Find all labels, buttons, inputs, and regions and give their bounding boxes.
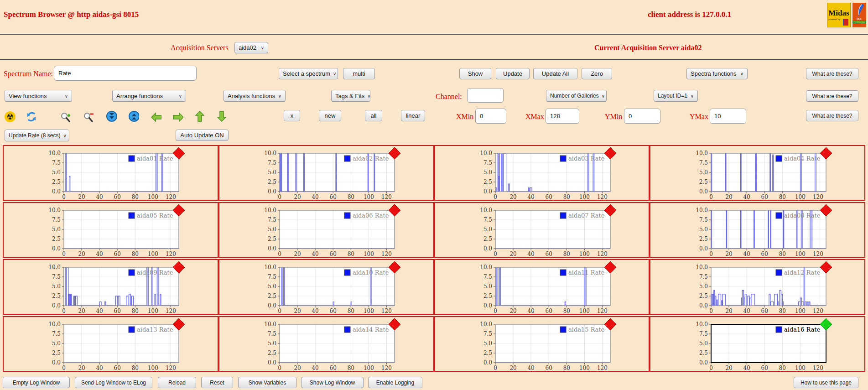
update-all-button[interactable]: Update All bbox=[533, 68, 577, 79]
spectrum-name-label: Spectrum Name: bbox=[4, 70, 53, 78]
svg-text:7.5: 7.5 bbox=[483, 217, 492, 223]
zero-button[interactable]: Zero bbox=[582, 68, 612, 79]
spectrum-chart-aida03[interactable]: 0204060801001200.02.55.07.510.0aida03 Ra… bbox=[434, 145, 650, 201]
scroll-up-icon[interactable] bbox=[128, 111, 139, 122]
ymin-input[interactable] bbox=[624, 109, 660, 124]
refresh-icon[interactable] bbox=[26, 111, 37, 122]
enable-logging-button[interactable]: Enable Logging bbox=[368, 377, 422, 388]
svg-text:10.0: 10.0 bbox=[49, 264, 61, 270]
empty-log-window-button[interactable]: Empty Log Window bbox=[3, 377, 70, 388]
chart-svg-aida04: 0204060801001200.02.55.07.510.0aida04 Ra… bbox=[679, 146, 836, 201]
arrow-left-icon[interactable] bbox=[151, 112, 161, 123]
zoom-out-icon[interactable] bbox=[83, 111, 94, 122]
svg-text:40: 40 bbox=[527, 365, 534, 371]
spectrum-chart-aida09[interactable]: 0204060801001200.02.55.07.510.0aida09 Ra… bbox=[3, 259, 218, 315]
spectrum-chart-aida08[interactable]: 0204060801001200.02.55.07.510.0aida08 Ra… bbox=[650, 202, 865, 258]
spectrum-chart-aida01[interactable]: 0204060801001200.02.55.07.510.0aida01 Ra… bbox=[3, 145, 218, 201]
tcl-powered-logo[interactable]: TCL POWERED bbox=[852, 3, 866, 27]
svg-text:0: 0 bbox=[494, 194, 497, 200]
svg-text:0.0: 0.0 bbox=[699, 302, 708, 309]
svg-text:80: 80 bbox=[563, 194, 570, 200]
spectrum-chart-aida15[interactable]: 0204060801001200.02.55.07.510.0aida15 Ra… bbox=[434, 316, 650, 372]
show-log-window-button[interactable]: Show Log Window bbox=[301, 377, 364, 388]
what-are-these-button-3[interactable]: What are these? bbox=[806, 110, 858, 121]
svg-text:120: 120 bbox=[597, 308, 608, 314]
acquisition-server-select[interactable]: aida02 ∨ bbox=[234, 42, 268, 53]
tags-and-fits-dropdown[interactable]: Tags & Fits ∨ bbox=[331, 90, 370, 102]
svg-text:5.0: 5.0 bbox=[483, 283, 492, 290]
scroll-down-icon[interactable] bbox=[106, 111, 117, 122]
svg-text:60: 60 bbox=[545, 365, 552, 371]
midas-logo[interactable]: Midas powered by bbox=[827, 3, 851, 27]
arrow-right-icon[interactable] bbox=[172, 112, 183, 123]
number-of-galleries-dropdown[interactable]: Number of Galleries ∨ bbox=[546, 90, 607, 102]
reset-button[interactable]: Reset bbox=[201, 377, 233, 388]
arrange-functions-dropdown[interactable]: Arrange functions ∨ bbox=[112, 90, 186, 102]
spectra-functions-dropdown[interactable]: Spectra functions ∨ bbox=[686, 68, 748, 79]
multi-button[interactable]: multi bbox=[343, 68, 375, 79]
svg-text:40: 40 bbox=[527, 251, 534, 257]
update-button[interactable]: Update bbox=[496, 68, 530, 79]
update-rate-dropdown[interactable]: Update Rate (8 secs) ∨ bbox=[5, 130, 69, 141]
layout-id-dropdown[interactable]: Layout ID=1 ∨ bbox=[654, 90, 698, 102]
spectrum-chart-aida04[interactable]: 0204060801001200.02.55.07.510.0aida04 Ra… bbox=[650, 145, 865, 201]
auto-update-button[interactable]: Auto Update ON bbox=[176, 130, 229, 141]
show-button[interactable]: Show bbox=[459, 68, 491, 79]
new-button[interactable]: new bbox=[319, 110, 341, 121]
svg-text:20: 20 bbox=[725, 365, 732, 371]
svg-text:7.5: 7.5 bbox=[52, 217, 61, 223]
how-to-use-this-page-button[interactable]: How to use this page bbox=[794, 377, 858, 388]
xmax-input[interactable] bbox=[546, 109, 579, 124]
svg-text:100: 100 bbox=[579, 365, 590, 371]
legend-swatch bbox=[344, 213, 350, 218]
radiation-icon[interactable]: ☢ bbox=[5, 111, 16, 122]
legend-swatch bbox=[776, 270, 782, 276]
chart-svg-aida03: 0204060801001200.02.55.07.510.0aida03 Ra… bbox=[463, 146, 620, 201]
analysis-functions-dropdown[interactable]: Analysis functions ∨ bbox=[223, 90, 286, 102]
channel-input[interactable] bbox=[467, 88, 504, 103]
svg-text:40: 40 bbox=[96, 308, 103, 314]
svg-text:120: 120 bbox=[813, 365, 823, 371]
spectrum-chart-aida06[interactable]: 0204060801001200.02.55.07.510.0aida06 Ra… bbox=[218, 202, 434, 258]
svg-text:5.0: 5.0 bbox=[268, 340, 276, 347]
svg-text:2.5: 2.5 bbox=[52, 350, 61, 356]
select-a-spectrum-dropdown[interactable]: Select a spectrum ∨ bbox=[279, 68, 338, 79]
spectrum-chart-aida11[interactable]: 0204060801001200.02.55.07.510.0aida11 Ra… bbox=[434, 259, 650, 315]
show-variables-button[interactable]: Show Variables bbox=[238, 377, 296, 388]
view-functions-dropdown[interactable]: View functions ∨ bbox=[5, 90, 72, 102]
current-acquisition-server: Current Acquisition Server aida02 bbox=[594, 44, 702, 52]
xmin-input[interactable] bbox=[475, 109, 506, 124]
spectrum-chart-aida05[interactable]: 0204060801001200.02.55.07.510.0aida05 Ra… bbox=[3, 202, 218, 258]
send-log-window-to-elog-button[interactable]: Send Log Window to ELog bbox=[75, 377, 152, 388]
svg-text:100: 100 bbox=[795, 308, 806, 314]
x-axis-button[interactable]: x bbox=[284, 110, 300, 121]
what-are-these-button-1[interactable]: What are these? bbox=[806, 68, 858, 79]
arrow-up-icon[interactable] bbox=[194, 111, 205, 122]
spectrum-chart-aida02[interactable]: 0204060801001200.02.55.07.510.0aida02 Ra… bbox=[218, 145, 434, 201]
spectrum-chart-aida12[interactable]: 0204060801001200.02.55.07.510.0aida12 Ra… bbox=[650, 259, 865, 315]
ymax-input[interactable] bbox=[710, 109, 746, 124]
svg-text:7.5: 7.5 bbox=[699, 160, 708, 166]
svg-text:0: 0 bbox=[709, 194, 713, 200]
spectrum-name-input[interactable] bbox=[54, 66, 197, 81]
svg-text:2.5: 2.5 bbox=[268, 236, 276, 242]
spectrum-chart-aida13[interactable]: 0204060801001200.02.55.07.510.0aida13 Ra… bbox=[3, 316, 218, 372]
linear-button[interactable]: linear bbox=[401, 110, 425, 121]
svg-text:20: 20 bbox=[78, 194, 85, 200]
legend-label: aida10 Rate bbox=[353, 269, 389, 276]
spectrum-chart-aida14[interactable]: 0204060801001200.02.55.07.510.0aida14 Ra… bbox=[218, 316, 434, 372]
svg-text:10.0: 10.0 bbox=[696, 321, 708, 328]
legend-label: aida08 Rate bbox=[784, 212, 821, 219]
reload-button[interactable]: Reload bbox=[158, 377, 196, 388]
spectrum-chart-aida16[interactable]: 0204060801001200.02.55.07.510.0aida16 Ra… bbox=[650, 316, 865, 372]
arrow-down-icon[interactable] bbox=[216, 111, 227, 122]
spectrum-chart-aida10[interactable]: 0204060801001200.02.55.07.510.0aida10 Ra… bbox=[218, 259, 434, 315]
zoom-in-icon[interactable] bbox=[60, 111, 71, 122]
spectrum-chart-aida07[interactable]: 0204060801001200.02.55.07.510.0aida07 Ra… bbox=[434, 202, 650, 258]
what-are-these-button-2[interactable]: What are these? bbox=[806, 90, 858, 102]
all-button[interactable]: all bbox=[365, 110, 382, 121]
tcl-powered-text: POWERED bbox=[852, 21, 866, 23]
layout-id-label: Layout ID=1 bbox=[658, 93, 687, 99]
svg-text:7.5: 7.5 bbox=[52, 331, 61, 337]
svg-text:0.0: 0.0 bbox=[483, 245, 492, 252]
